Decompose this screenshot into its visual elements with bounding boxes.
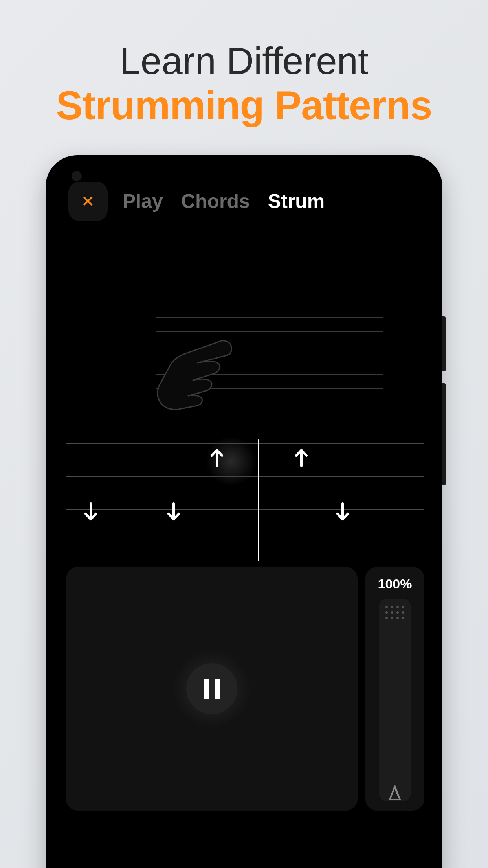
- headline-line2: Strumming Patterns: [0, 83, 488, 129]
- strum-pattern-track[interactable]: [66, 443, 424, 545]
- tab-strum[interactable]: Strum: [268, 190, 325, 213]
- phone-power-button: [442, 383, 446, 485]
- pause-glow: [172, 649, 251, 728]
- marketing-headline: Learn Different Strumming Patterns: [0, 0, 488, 129]
- tab-string: [66, 526, 424, 526]
- pause-icon: [204, 679, 209, 699]
- mode-tabs: Play Chords Strum: [123, 190, 325, 213]
- hand-icon: [150, 329, 253, 423]
- tab-string: [66, 509, 424, 510]
- strum-down-icon: [335, 502, 350, 522]
- metronome-icon[interactable]: [386, 784, 404, 802]
- tempo-percent-label: 100%: [378, 576, 412, 592]
- pause-button[interactable]: [186, 663, 237, 714]
- playback-panel: [66, 567, 358, 811]
- playhead[interactable]: [258, 439, 259, 561]
- tab-chords[interactable]: Chords: [181, 190, 250, 213]
- strum-up-icon: [294, 448, 309, 467]
- controls-row: 100%: [66, 567, 424, 811]
- guitar-string: [156, 317, 383, 318]
- tab-string: [66, 493, 424, 493]
- headline-line1: Learn Different: [0, 39, 488, 83]
- strum-down-icon: [83, 502, 98, 522]
- phone-screen: ✕ Play Chords Strum: [54, 164, 434, 868]
- tempo-slider[interactable]: [379, 599, 411, 801]
- phone-volume-button: [442, 316, 446, 371]
- pause-icon: [215, 679, 220, 699]
- tempo-panel: 100%: [365, 567, 424, 811]
- tab-play[interactable]: Play: [123, 190, 163, 213]
- close-icon: ✕: [81, 193, 95, 209]
- strum-up-icon: [209, 448, 224, 467]
- phone-mockup: ✕ Play Chords Strum: [46, 155, 442, 868]
- phone-camera-notch: [72, 171, 82, 181]
- top-bar: ✕ Play Chords Strum: [54, 164, 434, 223]
- close-button[interactable]: ✕: [68, 182, 108, 221]
- slider-grip-icon: [385, 606, 404, 619]
- guitar-strings-visual: [54, 317, 434, 427]
- strum-down-icon: [166, 502, 181, 522]
